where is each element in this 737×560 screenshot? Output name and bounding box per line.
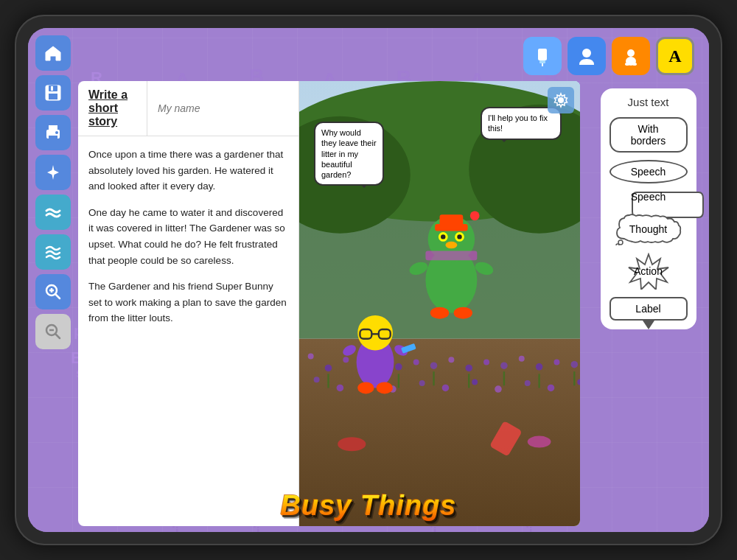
left-toolbar <box>28 28 78 532</box>
svg-point-18 <box>582 49 591 57</box>
svg-point-31 <box>325 365 332 372</box>
speech-oval-button[interactable]: Speech <box>609 160 688 183</box>
action-label: Action <box>634 265 663 277</box>
svg-point-19 <box>627 49 635 57</box>
svg-point-54 <box>472 379 478 385</box>
label-container: Label <box>609 295 688 322</box>
main-layout: A Write a short story Once upon <box>28 28 709 532</box>
gear-button[interactable] <box>548 87 574 113</box>
svg-point-55 <box>495 385 502 393</box>
document-area: Write a short story Once upon a time the… <box>78 81 580 526</box>
document-right-panel: Why would they leave their litter in my … <box>299 81 580 526</box>
document-title-bar: Write a short story <box>78 81 298 136</box>
svg-point-30 <box>308 354 314 360</box>
svg-point-94 <box>338 437 366 451</box>
avatar-button[interactable] <box>567 37 606 75</box>
with-borders-container: With borders <box>609 116 688 154</box>
text-button[interactable]: A <box>656 37 694 75</box>
svg-point-83 <box>470 211 480 220</box>
character-button[interactable] <box>612 37 650 75</box>
svg-point-49 <box>337 385 344 392</box>
svg-point-91 <box>357 382 374 393</box>
svg-line-14 <box>55 334 60 338</box>
document-left-panel: Write a short story Once upon a time the… <box>78 81 299 526</box>
svg-point-39 <box>465 365 472 372</box>
svg-point-81 <box>454 307 472 319</box>
svg-point-80 <box>430 307 449 319</box>
document-title: Write a short story <box>78 81 147 136</box>
svg-point-99 <box>558 97 564 103</box>
sparkle-button[interactable] <box>35 155 71 190</box>
svg-point-41 <box>500 362 508 369</box>
right-panel: Just text With borders Speech <box>595 81 702 526</box>
svg-point-73 <box>441 234 445 239</box>
document-text: Once upon a time there was a gardener th… <box>78 136 298 526</box>
svg-rect-2 <box>49 94 57 99</box>
busy-things-logo: Busy Things <box>280 490 456 522</box>
svg-point-56 <box>525 380 531 386</box>
svg-point-52 <box>419 380 425 386</box>
tablet-screen: R g h m p i B sro m p i B sro m p i B sr… <box>28 28 709 532</box>
panel-title: Just text <box>628 96 669 108</box>
zoom-in-button[interactable] <box>35 274 71 309</box>
svg-point-74 <box>457 234 461 239</box>
svg-rect-5 <box>49 125 57 131</box>
svg-point-36 <box>413 360 419 365</box>
paragraph-3: The Gardener and his friend Super Bunny … <box>88 279 288 326</box>
label-button[interactable]: Label <box>609 297 688 321</box>
wave1-button[interactable] <box>35 195 71 230</box>
tablet-frame: R g h m p i B sro m p i B sro m p i B sr… <box>15 15 722 545</box>
paragraph-2: One day he came to water it and discover… <box>88 205 288 268</box>
thought-container: Thought <box>609 211 688 247</box>
svg-point-32 <box>343 357 349 363</box>
thought-button[interactable]: Thought <box>613 213 683 245</box>
svg-point-85 <box>357 315 393 351</box>
svg-point-43 <box>536 363 543 371</box>
text-button-label: A <box>668 46 681 66</box>
wave2-button[interactable] <box>35 234 71 270</box>
svg-point-22 <box>632 63 637 66</box>
svg-point-92 <box>377 382 393 393</box>
zoom-out-button[interactable] <box>35 314 71 349</box>
speech1-container: Speech <box>609 158 688 185</box>
svg-rect-16 <box>539 60 545 63</box>
svg-point-57 <box>548 385 555 392</box>
paragraph-1: Once upon a time there was a gardener th… <box>88 147 288 195</box>
print-button[interactable] <box>35 115 71 150</box>
svg-point-101 <box>616 244 619 245</box>
home-button[interactable] <box>35 35 71 71</box>
svg-point-44 <box>553 360 559 365</box>
svg-point-35 <box>395 363 402 371</box>
logo-text: Busy Things <box>280 490 456 521</box>
garden-scene: Why would they leave their litter in my … <box>299 81 580 526</box>
svg-rect-6 <box>49 136 57 140</box>
thought-label: Thought <box>629 223 667 235</box>
svg-rect-15 <box>538 49 547 60</box>
svg-point-21 <box>625 63 629 66</box>
name-input[interactable] <box>147 81 298 136</box>
speech2-container: Speech <box>609 189 688 207</box>
svg-point-75 <box>445 242 457 249</box>
top-toolbar: A <box>78 37 702 75</box>
content-area: A Write a short story Once upon <box>78 28 709 532</box>
svg-point-98 <box>528 436 551 448</box>
with-borders-button[interactable]: With borders <box>609 117 688 153</box>
svg-rect-77 <box>440 214 464 226</box>
speech-bubble-left: Why would they leave their litter in my … <box>314 122 384 186</box>
svg-point-42 <box>519 356 525 362</box>
svg-point-38 <box>448 357 454 363</box>
speech2-label: Speech <box>631 191 666 206</box>
save-button[interactable] <box>35 75 71 111</box>
svg-point-53 <box>442 385 450 392</box>
callouts-panel: Just text With borders Speech <box>601 88 696 329</box>
svg-rect-82 <box>425 251 477 260</box>
svg-point-7 <box>55 131 58 134</box>
svg-point-45 <box>571 361 579 368</box>
svg-point-40 <box>483 360 489 365</box>
svg-point-48 <box>314 377 320 382</box>
action-button[interactable]: Action <box>619 253 678 290</box>
marker-button[interactable] <box>523 37 562 75</box>
svg-rect-3 <box>51 86 53 91</box>
svg-line-11 <box>55 294 60 298</box>
action-container: Action <box>609 251 688 291</box>
